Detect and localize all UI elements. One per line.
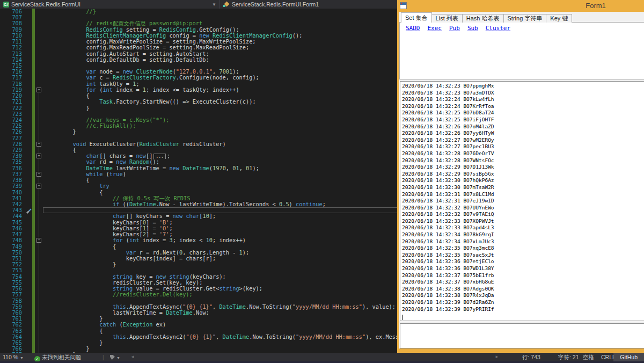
- glyph-margin: [25, 237, 32, 243]
- link-pub[interactable]: Pub: [449, 25, 460, 32]
- fold-margin: [35, 334, 43, 340]
- project-dropdown-label: ServiceStack.Redis.FormUI: [11, 1, 80, 8]
- glyph-margin: [25, 256, 32, 262]
- fold-margin: [35, 220, 43, 226]
- log-entry: 2020/06/18 14:32:28 BO76DeOrTV: [402, 150, 644, 157]
- fold-margin: [35, 310, 43, 316]
- link-sadd[interactable]: SADD: [406, 25, 420, 32]
- error-textbox[interactable]: [400, 323, 644, 349]
- line-number: 712: [0, 45, 25, 50]
- log-entry: 2020/06/18 14:32:24 BO7kLw4fLh: [402, 96, 644, 103]
- fold-margin: [35, 111, 43, 117]
- tab-2[interactable]: Hash 哈希表: [462, 14, 504, 23]
- status-char-number[interactable]: 字符: 21: [558, 353, 579, 361]
- form1-client-area: Set 集合List 列表Hash 哈希表String 字符串Key 键 SAD…: [399, 12, 644, 349]
- glyph-margin: [25, 310, 32, 316]
- fold-margin: [35, 244, 43, 250]
- glyph-margin: [25, 165, 32, 171]
- fold-margin: [35, 267, 43, 273]
- tab-1[interactable]: List 列表: [431, 14, 463, 23]
- glyph-margin: [25, 231, 32, 237]
- scrollbar-left-arrow[interactable]: ◄: [130, 353, 135, 361]
- glyph-margin: [25, 286, 32, 292]
- glyph-margin: [25, 334, 32, 340]
- log-entry: 2020/06/18 14:32:25 BO7iFjOHTF: [402, 117, 644, 124]
- glyph-margin: [25, 207, 32, 213]
- link-sub[interactable]: Sub: [467, 25, 478, 32]
- fold-margin: −: [35, 183, 43, 189]
- form1-titlebar[interactable]: Form1: [397, 0, 644, 12]
- glyph-margin: [25, 33, 32, 39]
- glyph-margin: [25, 93, 32, 99]
- fold-margin: [35, 57, 43, 63]
- fold-margin: [35, 256, 43, 262]
- tab-0[interactable]: Set 集合: [401, 12, 432, 23]
- log-entry: 2020/06/18 14:32:39 BO7d2Ra6Zn: [402, 299, 644, 306]
- form1-window: Form1 Set 集合List 列表Hash 哈希表String 字符串Key…: [397, 0, 644, 353]
- collapsed-region-box[interactable]: ...: [153, 154, 165, 159]
- divider: |: [103, 353, 104, 361]
- fold-margin: [35, 39, 43, 45]
- fold-margin: [35, 177, 43, 183]
- fold-margin: [35, 165, 43, 171]
- fold-collapse-icon[interactable]: −: [36, 238, 41, 243]
- glyph-margin: [25, 81, 32, 87]
- scrollbar-right-arrow[interactable]: ►: [495, 353, 499, 361]
- glyph-margin: [25, 105, 32, 111]
- fold-collapse-icon[interactable]: −: [36, 172, 41, 177]
- log-entry: 2020/06/18 14:32:33 BO7XQPWVJt: [402, 218, 644, 225]
- document-health-indicator[interactable]: ✓ 未找到相关问题: [34, 353, 81, 361]
- glyph-margin: [25, 304, 32, 310]
- fold-expand-icon[interactable]: +: [36, 154, 41, 158]
- fold-margin: [35, 298, 43, 304]
- text-caret: [402, 315, 402, 320]
- log-entry: 2020/06/18 14:32:37 BO75bE1frb: [402, 272, 644, 279]
- tab-4[interactable]: Key 键: [546, 14, 572, 23]
- zoom-level-select[interactable]: 110 % ▼: [3, 353, 24, 361]
- log-entry: 2020/06/18 14:32:31 BO7eJ19wID: [402, 198, 644, 205]
- log-entry: 2020/06/18 14:32:23 BO7ppmghMx: [402, 83, 644, 90]
- log-entry: 2020/06/18 14:32:34 BO78kG9rgI: [402, 231, 644, 238]
- fold-margin: [35, 105, 43, 111]
- log-entry: 2020/06/18 14:32:30 BO7hQkP6Az: [402, 177, 644, 184]
- fold-collapse-icon[interactable]: −: [36, 88, 41, 92]
- project-dropdown[interactable]: C# ServiceStack.Redis.FormUI ▼: [0, 0, 220, 9]
- status-spaces[interactable]: 空格: [583, 353, 594, 361]
- glyph-margin: [25, 20, 32, 26]
- fold-margin: [35, 346, 43, 352]
- github-status-button[interactable]: GitHub: [613, 353, 644, 361]
- screen: C# ServiceStack.Redis.FormUI ▼ ServiceSt…: [0, 0, 644, 363]
- log-entry: 2020/06/18 14:32:31 BO7x8LC1Md: [402, 191, 644, 198]
- status-bar: 110 % ▼ ✓ 未找到相关问题 | ▼ ◄ ► 行: 743 字符: 21 …: [0, 353, 644, 361]
- fold-collapse-icon[interactable]: −: [36, 142, 41, 147]
- type-dropdown[interactable]: ServiceStack.Redis.FormUI.Form1: [220, 0, 322, 9]
- log-entry: 2020/06/18 14:32:25 BO7bD8aT24: [402, 110, 644, 117]
- tab-3[interactable]: String 字符串: [503, 14, 547, 23]
- csharp-project-icon: C#: [3, 2, 9, 8]
- fold-collapse-icon[interactable]: −: [36, 184, 41, 188]
- glyph-margin: [25, 51, 32, 57]
- fold-margin: [35, 292, 43, 297]
- status-line-number[interactable]: 行: 743: [522, 353, 540, 361]
- glyph-margin: [25, 159, 32, 165]
- glyph-margin: [25, 141, 32, 147]
- log-entry: 2020/06/18 14:32:36 BO7WD1L38Y: [402, 265, 644, 272]
- fold-margin: [35, 45, 43, 50]
- fold-margin: −: [35, 237, 43, 243]
- log-entry: 2020/06/18 14:32:26 BO7yy6HTyW: [402, 130, 644, 137]
- line-number: 753: [0, 267, 25, 273]
- fold-margin: [35, 129, 43, 135]
- tag-filter-button[interactable]: ▼: [110, 353, 120, 361]
- log-entry: 2020/06/18 14:32:32 BO7v9TAEiQ: [402, 211, 644, 218]
- fold-margin: [35, 147, 43, 153]
- fold-margin: [35, 231, 43, 237]
- glyph-margin: [25, 262, 32, 267]
- log-entry: 2020/06/18 14:32:35 BO7xq3mcE8: [402, 245, 644, 252]
- glyph-margin: [25, 267, 32, 273]
- class-icon: [223, 1, 230, 8]
- link-exec[interactable]: Exec: [428, 25, 442, 32]
- log-textbox[interactable]: 2020/06/18 14:32:23 BO7ppmghMx2020/06/18…: [400, 81, 644, 321]
- link-cluster[interactable]: Cluster: [486, 25, 510, 32]
- fold-margin: +: [35, 153, 43, 159]
- log-entry: 2020/06/18 14:32:34 BO7xLmJUc3: [402, 238, 644, 245]
